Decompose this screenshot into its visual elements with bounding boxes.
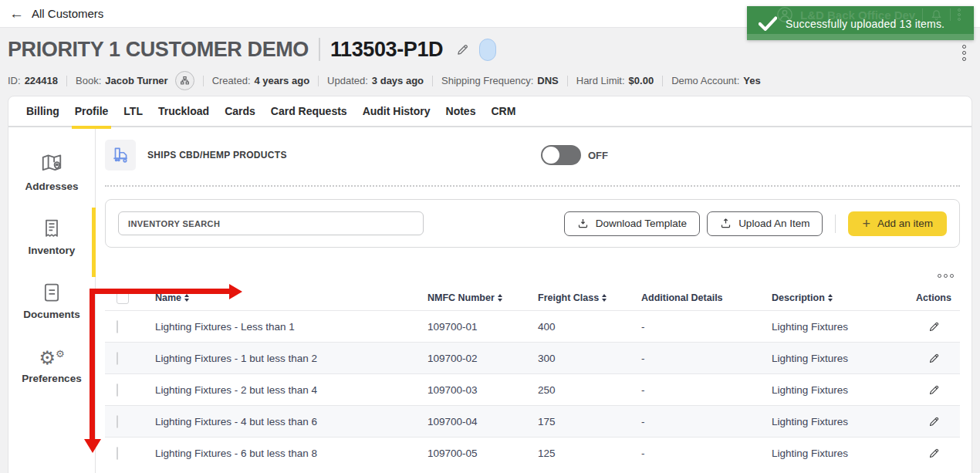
customer-code: 113503-P1D — [330, 38, 443, 62]
sort-icon — [828, 294, 833, 302]
sort-icon — [184, 294, 189, 302]
meta-shipping-frequency: Shipping Frequency:DNS — [441, 75, 559, 86]
table-options-menu-icon[interactable] — [105, 274, 960, 278]
table-row: Lighting Fixtures - Less than 1 109700-0… — [105, 310, 960, 342]
edit-row-icon[interactable] — [928, 416, 940, 427]
plus-icon: + — [862, 217, 870, 231]
inventory-table: Name NMFC Number Freight Class Additiona… — [105, 285, 960, 468]
back-arrow-icon: ← — [9, 6, 24, 21]
success-toast: L&D Back Office Dev Successfully uploade… — [747, 6, 974, 40]
status-pill[interactable] — [479, 39, 496, 61]
customer-card: Billing Profile LTL Truckload Cards Card… — [8, 96, 972, 473]
download-template-button[interactable]: Download Template — [564, 211, 700, 236]
cbd-toggle[interactable] — [541, 145, 581, 165]
edit-row-icon[interactable] — [928, 384, 940, 396]
tab-crm[interactable]: CRM — [490, 96, 516, 127]
upload-icon — [720, 218, 732, 229]
annotation-arrow-vertical — [90, 289, 95, 440]
table-row: Lighting Fixtures - 4 but less than 6 10… — [105, 405, 960, 437]
row-checkbox[interactable] — [117, 415, 118, 428]
row-checkbox[interactable] — [117, 320, 118, 333]
meta-demo-account: Demo Account:Yes — [671, 75, 761, 86]
back-label: All Customers — [32, 7, 103, 20]
toast-message: Successfully uploaded 13 items. — [786, 18, 945, 30]
header-kebab-icon — [958, 8, 961, 21]
section-divider — [105, 185, 960, 187]
map-pin-icon — [40, 150, 63, 175]
title-divider — [319, 38, 320, 61]
annotation-arrow-horizontal — [90, 289, 230, 294]
document-icon — [41, 279, 63, 303]
table-row: Lighting Fixtures - 6 but less than 8 10… — [105, 437, 960, 468]
meta-created: Created:4 years ago — [212, 75, 309, 86]
column-header-description[interactable]: Description — [772, 292, 907, 303]
receipt-icon — [41, 215, 63, 239]
meta-book: Book:Jacob Turner — [76, 71, 194, 90]
tab-billing[interactable]: Billing — [25, 96, 60, 127]
toolbar-divider — [835, 215, 836, 233]
checkmark-icon — [759, 16, 777, 31]
column-header-nmfc[interactable]: NMFC Number — [427, 292, 538, 303]
profile-sidebar: Addresses Inventory Documents — [8, 129, 96, 473]
sidebar-item-preferences[interactable]: ⚙⚙ Preferences — [8, 343, 95, 384]
column-header-actions: Actions — [907, 292, 960, 303]
tab-profile[interactable]: Profile — [74, 96, 110, 127]
cbd-hemp-row: SHIPS CBD/HEMP PRODUCTS OFF — [105, 140, 960, 171]
customer-tabs: Billing Profile LTL Truckload Cards Card… — [8, 96, 972, 127]
tab-card-requests[interactable]: Card Requests — [270, 96, 348, 127]
tab-notes[interactable]: Notes — [445, 96, 477, 127]
sidebar-item-addresses[interactable]: Addresses — [8, 150, 95, 192]
org-chart-icon[interactable] — [175, 71, 194, 90]
truck-icon — [105, 140, 136, 171]
customer-header: PRIORITY 1 CUSTOMER DEMO 113503-P1D ID:2… — [8, 34, 949, 90]
customer-meta-row: ID:224418 Book:Jacob Turner Created:4 ye… — [8, 71, 949, 90]
cbd-toggle-group: OFF — [541, 140, 608, 171]
cbd-toggle-state: OFF — [588, 150, 608, 161]
sort-icon — [602, 294, 607, 302]
upload-item-button[interactable]: Upload An Item — [707, 211, 823, 236]
meta-hard-limit: Hard Limit:$0.00 — [576, 75, 654, 86]
edit-row-icon[interactable] — [928, 448, 940, 459]
page-title: PRIORITY 1 CUSTOMER DEMO — [8, 38, 309, 62]
column-header-additional-details: Additional Details — [641, 292, 772, 303]
edit-title-icon[interactable] — [456, 43, 469, 56]
sort-icon — [498, 294, 502, 302]
back-to-all-customers[interactable]: ← All Customers — [9, 6, 103, 21]
row-checkbox[interactable] — [117, 352, 118, 365]
tab-audit-history[interactable]: Audit History — [362, 96, 431, 127]
download-icon — [577, 218, 589, 229]
sidebar-item-inventory[interactable]: Inventory — [8, 215, 95, 256]
tab-ltl[interactable]: LTL — [123, 96, 144, 127]
meta-id: ID:224418 — [8, 75, 58, 86]
meta-updated: Updated:3 days ago — [327, 75, 424, 86]
sidebar-item-documents[interactable]: Documents — [8, 279, 95, 320]
add-item-button[interactable]: + Add an item — [848, 211, 947, 236]
gears-icon: ⚙⚙ — [39, 343, 64, 367]
column-header-freight-class[interactable]: Freight Class — [538, 292, 641, 303]
cbd-hemp-label: SHIPS CBD/HEMP PRODUCTS — [147, 150, 287, 160]
tab-truckload[interactable]: Truckload — [157, 96, 210, 127]
annotation-arrowhead-right — [229, 284, 242, 299]
edit-row-icon[interactable] — [928, 353, 940, 364]
inventory-toolbar: Download Template Upload An Item + A — [105, 199, 960, 248]
row-checkbox[interactable] — [117, 383, 118, 397]
tab-cards[interactable]: Cards — [224, 96, 256, 127]
table-row: Lighting Fixtures - 1 but less than 2 10… — [105, 342, 960, 373]
annotation-arrowhead-down — [84, 439, 101, 453]
table-row: Lighting Fixtures - 2 but less than 4 10… — [105, 373, 960, 405]
inventory-search-input[interactable] — [118, 211, 424, 235]
row-checkbox[interactable] — [117, 447, 118, 460]
inventory-panel: SHIPS CBD/HEMP PRODUCTS OFF — [96, 129, 972, 473]
edit-row-icon[interactable] — [928, 321, 940, 333]
page-kebab-menu-icon[interactable] — [962, 45, 966, 61]
